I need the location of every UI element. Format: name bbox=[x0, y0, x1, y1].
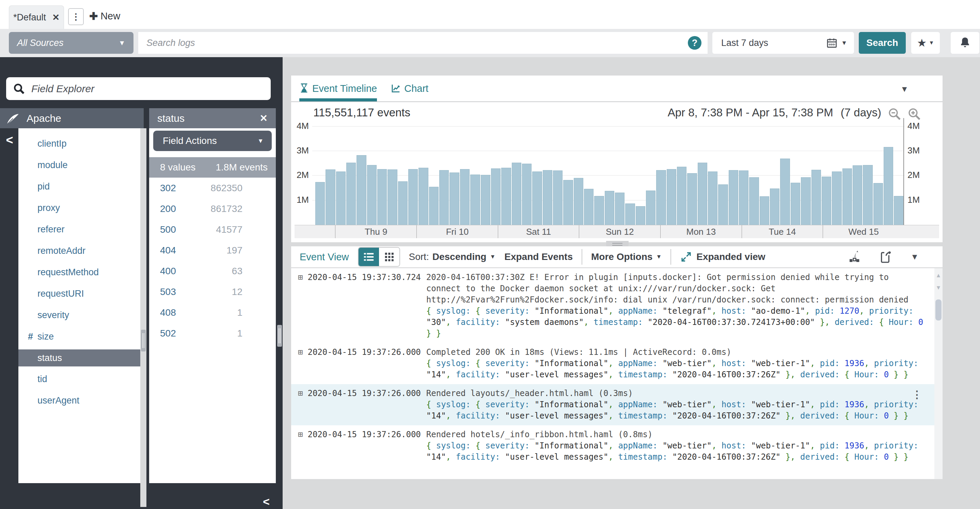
value-row-404[interactable]: 404197 bbox=[149, 240, 276, 261]
grid-view-button[interactable] bbox=[379, 248, 399, 266]
value-row-502[interactable]: 5021 bbox=[149, 323, 276, 344]
tab-menu-button[interactable]: ⋮ bbox=[68, 8, 84, 25]
bars[interactable] bbox=[315, 123, 904, 225]
bar-12[interactable] bbox=[439, 170, 449, 225]
bar-22[interactable] bbox=[543, 170, 552, 225]
field-list-scrollbar[interactable] bbox=[140, 128, 146, 507]
bar-13[interactable] bbox=[449, 173, 459, 225]
bar-48[interactable] bbox=[811, 170, 821, 225]
bar-4[interactable] bbox=[356, 155, 366, 225]
expand-event-icon[interactable]: ⊞ bbox=[298, 272, 303, 339]
bar-49[interactable] bbox=[822, 177, 831, 225]
field-item-requestMethod[interactable]: requestMethod bbox=[18, 262, 140, 283]
bar-55[interactable] bbox=[884, 147, 893, 225]
tab-default[interactable]: *Default ✕ bbox=[9, 5, 64, 29]
time-range-picker[interactable]: Last 7 days ▼ bbox=[712, 32, 854, 54]
value-row-408[interactable]: 4081 bbox=[149, 302, 276, 323]
bar-53[interactable] bbox=[863, 165, 872, 225]
bar-10[interactable] bbox=[418, 168, 428, 225]
derived-fields-icon[interactable] bbox=[848, 250, 862, 264]
field-actions-dropdown[interactable]: Field Actions ▼ bbox=[153, 131, 272, 151]
new-tab-button[interactable]: ✚ New bbox=[89, 8, 120, 24]
bar-25[interactable] bbox=[574, 178, 583, 225]
help-icon[interactable]: ? bbox=[688, 36, 702, 50]
value-row-400[interactable]: 40063 bbox=[149, 261, 276, 281]
bar-26[interactable] bbox=[584, 189, 593, 225]
bar-3[interactable] bbox=[346, 163, 356, 225]
scrollbar-thumb[interactable] bbox=[277, 325, 282, 347]
event-row-3[interactable]: ⊞2020-04-15 19:37:26.000Rendered hotels/… bbox=[291, 425, 934, 466]
event-menu-icon[interactable]: ⋮ bbox=[912, 389, 922, 400]
collapse-sidebar-icon[interactable]: < bbox=[260, 495, 272, 508]
bar-2[interactable] bbox=[336, 171, 345, 225]
event-row-0[interactable]: ⊞2020-04-15 19:37:30.7242020-04-16T00:37… bbox=[291, 268, 934, 343]
bar-21[interactable] bbox=[532, 171, 542, 225]
chevron-down-icon[interactable]: ▼ bbox=[910, 252, 919, 262]
bar-33[interactable] bbox=[656, 170, 666, 225]
bar-6[interactable] bbox=[377, 169, 387, 225]
event-list-scrollbar[interactable]: ▲ ▼ bbox=[934, 268, 943, 479]
bar-0[interactable] bbox=[315, 182, 325, 225]
bar-36[interactable] bbox=[687, 173, 697, 225]
field-group-apache[interactable]: Apache bbox=[0, 108, 144, 128]
bar-39[interactable] bbox=[718, 184, 728, 225]
chevron-down-icon[interactable]: ▼ bbox=[900, 84, 908, 94]
field-item-pid[interactable]: pid bbox=[18, 176, 140, 197]
expand-event-icon[interactable]: ⊞ bbox=[298, 347, 303, 381]
bar-30[interactable] bbox=[625, 203, 635, 225]
field-item-tid[interactable]: tid bbox=[18, 368, 140, 390]
bar-51[interactable] bbox=[842, 168, 852, 225]
bar-15[interactable] bbox=[470, 174, 480, 225]
collapse-panel-icon[interactable]: < bbox=[3, 133, 16, 147]
field-item-proxy[interactable]: proxy bbox=[18, 197, 140, 219]
sort-value[interactable]: Descending bbox=[433, 251, 487, 262]
zoom-out-icon[interactable] bbox=[888, 107, 902, 121]
bar-56[interactable] bbox=[894, 196, 904, 225]
bar-7[interactable] bbox=[388, 170, 397, 225]
bar-1[interactable] bbox=[326, 170, 335, 225]
share-icon[interactable] bbox=[879, 250, 893, 264]
field-item-requestURI[interactable]: requestURI bbox=[18, 283, 140, 304]
bar-19[interactable] bbox=[512, 163, 521, 225]
bar-50[interactable] bbox=[832, 171, 842, 225]
bar-54[interactable] bbox=[873, 183, 883, 225]
scrollbar-thumb[interactable] bbox=[141, 330, 146, 352]
bar-11[interactable] bbox=[429, 187, 439, 225]
bar-43[interactable] bbox=[760, 196, 769, 225]
bar-38[interactable] bbox=[708, 171, 718, 225]
bar-42[interactable] bbox=[749, 177, 759, 225]
more-options-button[interactable]: More Options bbox=[591, 251, 652, 262]
expand-event-icon[interactable]: ⊞ bbox=[298, 429, 303, 463]
bar-34[interactable] bbox=[667, 169, 676, 225]
scroll-up-icon[interactable]: ▲ bbox=[935, 272, 942, 279]
field-item-clientIp[interactable]: clientIp bbox=[18, 133, 140, 154]
bar-37[interactable] bbox=[698, 163, 707, 225]
bar-20[interactable] bbox=[522, 164, 531, 225]
tab-event-timeline[interactable]: Event Timeline bbox=[299, 76, 377, 101]
bar-27[interactable] bbox=[594, 196, 604, 225]
expand-events-button[interactable]: Expand Events bbox=[504, 251, 573, 262]
bar-31[interactable] bbox=[636, 206, 645, 225]
expand-event-icon[interactable]: ⊞ bbox=[298, 388, 303, 422]
expanded-view-toggle[interactable]: Expanded view bbox=[680, 251, 765, 263]
bar-8[interactable] bbox=[398, 181, 407, 225]
bar-44[interactable] bbox=[770, 189, 780, 225]
bar-17[interactable] bbox=[491, 168, 501, 225]
event-row-2[interactable]: ⊞2020-04-15 19:37:26.000Rendered layouts… bbox=[291, 384, 934, 425]
favorites-button[interactable]: ★ ▼ bbox=[911, 32, 940, 54]
field-item-module[interactable]: module bbox=[18, 154, 140, 176]
bar-23[interactable] bbox=[553, 170, 563, 225]
bar-14[interactable] bbox=[460, 169, 469, 225]
field-item-status[interactable]: status bbox=[18, 349, 140, 366]
event-row-1[interactable]: ⊞2020-04-15 19:37:26.000Completed 200 OK… bbox=[291, 343, 934, 384]
value-row-500[interactable]: 50041577 bbox=[149, 219, 276, 240]
search-button[interactable]: Search bbox=[859, 32, 906, 54]
value-row-200[interactable]: 200861732 bbox=[149, 198, 276, 219]
bar-9[interactable] bbox=[408, 169, 418, 225]
values-scrollbar[interactable] bbox=[277, 128, 283, 507]
bar-32[interactable] bbox=[646, 190, 655, 225]
notifications-button[interactable] bbox=[951, 32, 979, 54]
bar-16[interactable] bbox=[481, 175, 490, 225]
bar-47[interactable] bbox=[801, 177, 810, 225]
bar-46[interactable] bbox=[791, 183, 800, 225]
